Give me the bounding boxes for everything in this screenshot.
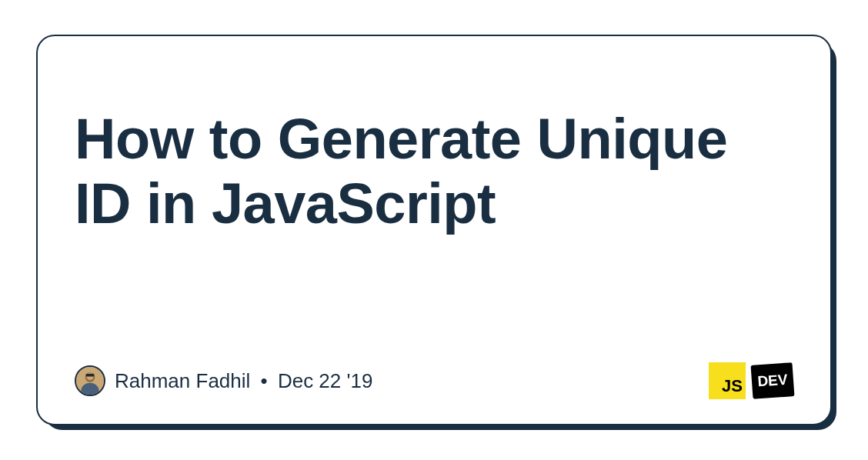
card-footer: Rahman Fadhil • Dec 22 '19 JS DEV — [75, 362, 793, 399]
badge-row: JS DEV — [709, 362, 793, 399]
article-card: How to Generate Unique ID in JavaScript … — [36, 35, 832, 425]
dev-badge-text: DEV — [757, 372, 789, 391]
author-avatar — [75, 365, 105, 396]
js-badge-text: JS — [722, 376, 743, 396]
avatar-image — [76, 367, 104, 395]
dev-badge-icon: DEV — [751, 362, 795, 399]
author-byline: Rahman Fadhil • Dec 22 '19 — [115, 369, 372, 393]
svg-rect-4 — [86, 374, 95, 377]
byline-separator: • — [261, 369, 268, 392]
author-row: Rahman Fadhil • Dec 22 '19 — [75, 365, 372, 396]
publish-date: Dec 22 '19 — [278, 369, 373, 392]
article-title: How to Generate Unique ID in JavaScript — [75, 107, 793, 235]
javascript-badge-icon: JS — [709, 362, 746, 399]
author-name: Rahman Fadhil — [115, 369, 250, 392]
